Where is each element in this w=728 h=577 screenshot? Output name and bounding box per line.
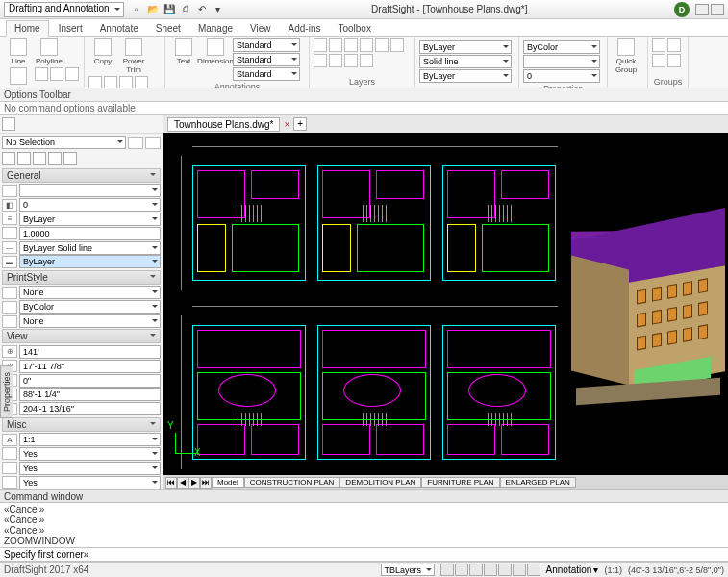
tab-view[interactable]: View [242, 21, 279, 36]
section-view[interactable]: View [2, 329, 161, 343]
new-icon[interactable]: ▫ [130, 3, 143, 16]
layer-lweight-combo[interactable]: ByLayer [419, 69, 512, 83]
dimension-button[interactable]: Dimension [201, 38, 230, 81]
layer-8-icon[interactable] [329, 54, 342, 67]
doc-tab-close-icon[interactable]: × [284, 119, 289, 130]
tab-toolbox[interactable]: Toolbox [330, 21, 378, 36]
copy-button[interactable]: Copy [88, 38, 117, 74]
qat-dropdown-icon[interactable]: ▾ [212, 3, 225, 16]
esnap-toggle[interactable] [498, 564, 512, 576]
cy-field[interactable]: 17'-11 7/8" [19, 360, 161, 373]
drawing-canvas[interactable]: Y X [163, 133, 728, 475]
lwt-toggle[interactable] [527, 564, 540, 576]
layer-4-icon[interactable] [360, 38, 373, 52]
tool-2-icon[interactable] [17, 152, 31, 165]
tool-5-icon[interactable] [63, 152, 77, 165]
layout-tab-furniture[interactable]: FURNITURE PLAN [421, 477, 499, 488]
powertrim-button[interactable]: Power Trim [119, 38, 148, 74]
draw-more-1-icon[interactable] [35, 67, 48, 81]
ortho-toggle[interactable] [469, 564, 483, 576]
modify-4-icon[interactable] [135, 76, 148, 89]
layout-tab-construction[interactable]: CONSTRUCTION PLAN [244, 477, 340, 488]
layout-next-icon[interactable]: ▶ [188, 477, 200, 489]
w-field[interactable]: 204'-1 13/16" [19, 402, 161, 415]
layout-tab-demolition[interactable]: DEMOLITION PLAN [339, 477, 421, 488]
section-general[interactable]: General [2, 168, 161, 183]
section-misc[interactable]: Misc [2, 417, 161, 432]
draw-more-2-icon[interactable] [50, 67, 63, 81]
lineweight-field[interactable]: ByLayer [19, 255, 161, 268]
modify-3-icon[interactable] [119, 76, 133, 89]
m1-field[interactable]: Yes [19, 447, 161, 461]
tab-sheet[interactable]: Sheet [148, 21, 188, 36]
tool-4-icon[interactable] [48, 152, 62, 165]
ps3-field[interactable]: None [19, 314, 161, 328]
groups-4-icon[interactable] [667, 54, 681, 67]
tab-annotate[interactable]: Annotate [92, 21, 146, 36]
layer-10-icon[interactable] [360, 54, 373, 67]
properties-side-tab[interactable]: Properties [0, 365, 13, 418]
layout-first-icon[interactable]: ⏮ [165, 477, 177, 489]
tablestyle-combo[interactable]: Standard [233, 67, 300, 81]
open-icon[interactable]: 📂 [146, 3, 160, 16]
snap-toggle[interactable] [440, 564, 454, 576]
tab-insert[interactable]: Insert [51, 21, 90, 36]
ps2-field[interactable]: ByColor [19, 300, 161, 314]
section-printstyle[interactable]: PrintStyle [2, 270, 161, 285]
doc-tab[interactable]: Townhouse Plans.dwg* [167, 117, 280, 132]
grid-toggle[interactable] [455, 564, 468, 576]
workspace-selector[interactable]: Drafting and Annotation [4, 2, 124, 17]
modify-2-icon[interactable] [104, 76, 117, 89]
linetype-field[interactable]: ByLayer [19, 213, 161, 226]
m2-field[interactable]: Yes [19, 462, 161, 475]
ps1-field[interactable]: None [19, 286, 161, 299]
minimize-button[interactable] [695, 4, 709, 15]
groups-3-icon[interactable] [652, 54, 665, 67]
pickadd-icon[interactable] [145, 137, 161, 149]
tab-manage[interactable]: Manage [190, 21, 240, 36]
layer-field[interactable]: 0 [19, 198, 161, 212]
modify-1-icon[interactable] [88, 76, 102, 89]
add-doc-button[interactable]: + [293, 117, 307, 131]
layout-tab-model[interactable]: Model [212, 477, 244, 488]
layer-linetype-combo[interactable]: Solid line [419, 55, 512, 68]
prop-bycolor-combo[interactable]: ByColor [523, 40, 600, 54]
m3-field[interactable]: Yes [19, 476, 161, 489]
tool-3-icon[interactable] [33, 152, 46, 165]
tool-1-icon[interactable] [2, 152, 15, 165]
layer-1-icon[interactable] [314, 38, 327, 52]
maximize-button[interactable] [711, 4, 724, 15]
layer-2-icon[interactable] [329, 38, 342, 52]
groups-1-icon[interactable] [652, 38, 665, 52]
dimstyle-combo[interactable]: Standard [233, 53, 300, 66]
print-icon[interactable]: ⎙ [179, 3, 192, 16]
layer-7-icon[interactable] [314, 54, 327, 67]
command-input[interactable]: Specify first corner» [0, 548, 728, 562]
textstyle-combo[interactable]: Standard [233, 38, 300, 52]
layout-last-icon[interactable]: ⏭ [200, 477, 212, 489]
text-button[interactable]: Text [169, 38, 198, 81]
polar-toggle[interactable] [484, 564, 497, 576]
tab-addins[interactable]: Add-ins [281, 21, 329, 36]
layer-9-icon[interactable] [344, 54, 358, 67]
layer-3-icon[interactable] [344, 38, 358, 52]
h-field[interactable]: 88'-1 1/4" [19, 388, 161, 401]
panel-pin-icon[interactable] [2, 117, 15, 131]
quickselect-icon[interactable] [128, 137, 143, 149]
undo-icon[interactable]: ↶ [195, 3, 209, 16]
tab-home[interactable]: Home [6, 20, 49, 37]
linescale-field[interactable]: 1.0000 [19, 227, 161, 240]
layer-6-icon[interactable] [390, 38, 404, 52]
selection-combo[interactable]: No Selection [2, 136, 126, 149]
line-button[interactable]: Line [4, 38, 33, 65]
quickgroup-button[interactable]: Quick Group [612, 38, 640, 74]
save-icon[interactable]: 💾 [163, 3, 176, 16]
draw-more-3-icon[interactable] [65, 67, 79, 81]
tblayers-combo[interactable]: TBLayers [381, 564, 435, 576]
prop-combo-3[interactable]: 0 [523, 69, 600, 83]
layout-prev-icon[interactable]: ◀ [177, 477, 188, 489]
polyline-button[interactable]: Polyline [35, 38, 63, 65]
anno-dropdown-icon[interactable]: ▾ [593, 564, 598, 575]
scale-field[interactable]: 1:1 [19, 433, 161, 446]
layout-tab-enlarged[interactable]: ENLARGED PLAN [500, 477, 576, 488]
